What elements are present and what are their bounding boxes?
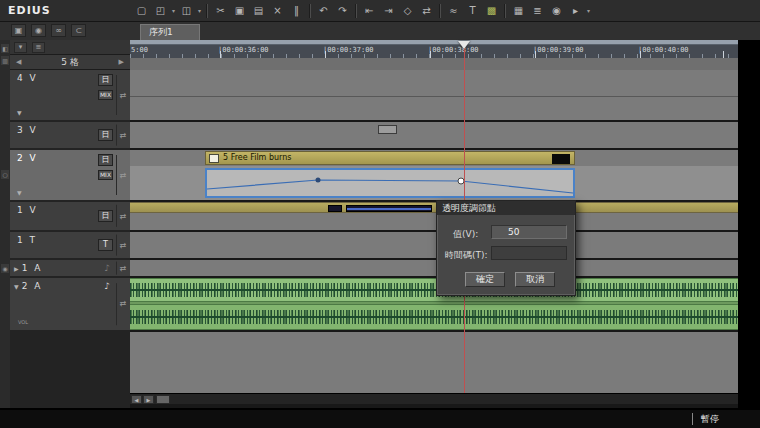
clip-duration-bar[interactable]	[346, 205, 432, 212]
track-header-1v[interactable]: 1 V 日 ⇄	[10, 202, 130, 230]
track-1v-content[interactable]	[130, 202, 738, 230]
value-input[interactable]: 50	[491, 225, 567, 239]
clip-fragment[interactable]	[378, 125, 397, 134]
panel-header-tools: ▾ ≡	[10, 40, 130, 55]
cut-icon[interactable]: ✂	[211, 2, 230, 19]
sync-lock-icon[interactable]: ⇄	[116, 155, 129, 195]
scale-decrease-icon[interactable]: ◀	[10, 58, 27, 66]
waveform-centerline	[130, 316, 738, 318]
audio-clip-channel-2[interactable]	[130, 304, 738, 330]
strip-toggle-1-icon[interactable]: ◧	[1, 44, 9, 53]
track-header-1a[interactable]: ▶ 1 A ♪ ⇄	[10, 260, 130, 276]
redo-icon[interactable]: ↷	[333, 2, 352, 19]
ripple-delete-icon[interactable]: ×	[268, 2, 287, 19]
open-dropdown-caret-icon[interactable]: ▾	[170, 7, 177, 14]
strip-video-group-icon[interactable]: ○	[1, 170, 9, 179]
copy-icon[interactable]: ▣	[230, 2, 249, 19]
video-part-button[interactable]: 日	[98, 129, 113, 141]
selected-mixer-clip[interactable]	[205, 168, 575, 198]
audio-mixer-icon[interactable]: ≣	[528, 2, 547, 19]
add-marker-icon[interactable]: ◇	[398, 2, 417, 19]
timeline-ruler[interactable]: 5:00 |00:00:36:00 |00:00:37:00 |00:00:38…	[130, 40, 738, 58]
ripple-mode-icon[interactable]: ◉	[31, 24, 46, 37]
ok-button[interactable]: 確定	[465, 272, 505, 287]
audio-clip-channel-1[interactable]	[130, 278, 738, 302]
mixer-button[interactable]: MIX	[98, 90, 113, 100]
track-header-4v[interactable]: 4 V ▼ 日 MIX ⇄	[10, 70, 130, 120]
paste-icon[interactable]: ▤	[249, 2, 268, 19]
set-out-point-icon[interactable]: ⇥	[379, 2, 398, 19]
horizontal-scrollbar[interactable]: ◀ ▶	[130, 393, 738, 404]
open-project-icon[interactable]: ◰	[151, 2, 170, 19]
panel-menu-icon[interactable]: ▾	[14, 42, 27, 53]
save-project-icon[interactable]: ◫	[177, 2, 196, 19]
sync-lock-icon[interactable]: ⇄	[116, 262, 129, 275]
video-part-button[interactable]: 日	[98, 154, 113, 166]
speaker-icon[interactable]: ♪	[104, 263, 110, 273]
undo-icon[interactable]: ↶	[314, 2, 333, 19]
video-part-button[interactable]: 日	[98, 210, 113, 222]
adjustment-point-dialog[interactable]: 透明度調節點 值(V): 50 時間碼(T): 確定 取消	[436, 200, 576, 296]
sync-lock-icon[interactable]: ⇄	[116, 75, 129, 115]
strip-toggle-2-icon[interactable]: ▥	[1, 56, 9, 65]
expander-icon[interactable]: ▼	[17, 189, 22, 196]
expander-icon[interactable]: ▶	[14, 265, 19, 272]
speaker-icon[interactable]: ♪	[104, 281, 110, 291]
scroll-right-icon[interactable]: ▶	[143, 395, 154, 404]
create-title-icon[interactable]: T	[463, 2, 482, 19]
add-cut-point-icon[interactable]: ‖	[287, 2, 306, 19]
track-1a-content[interactable]	[130, 260, 738, 276]
sync-point-icon[interactable]: ⇄	[417, 2, 436, 19]
clip-1v-strip[interactable]	[130, 202, 738, 213]
video-layouter-icon[interactable]: ▩	[482, 2, 501, 19]
capture-icon[interactable]: ◉	[547, 2, 566, 19]
panel-list-icon[interactable]: ≡	[32, 42, 45, 53]
add-transition-icon[interactable]: ≈	[444, 2, 463, 19]
track-4v-content[interactable]	[130, 70, 738, 120]
strip-audio-group-icon[interactable]: ◉	[1, 264, 9, 273]
track-header-3v[interactable]: 3 V 日 ⇄	[10, 122, 130, 148]
track-2v-mixer-content[interactable]	[130, 166, 738, 200]
save-dropdown-caret-icon[interactable]: ▾	[196, 7, 203, 14]
track-margin-row[interactable]	[130, 58, 738, 70]
track-header-1t[interactable]: 1 T T ⇄	[10, 232, 130, 258]
sync-lock-icon[interactable]: ⇄	[116, 235, 129, 256]
clip-effect-icon[interactable]	[328, 205, 342, 212]
sync-mode-icon[interactable]: ▣	[11, 24, 26, 37]
cancel-button[interactable]: 取消	[515, 272, 555, 287]
new-sequence-icon[interactable]: ▢	[132, 2, 151, 19]
set-in-point-icon[interactable]: ⇤	[360, 2, 379, 19]
expander-icon[interactable]: ▼	[14, 283, 19, 290]
title-part-button[interactable]: T	[98, 239, 113, 251]
sync-lock-icon[interactable]: ⇄	[116, 205, 129, 227]
mixer-button[interactable]: MIX	[98, 170, 113, 180]
insert-mode-icon[interactable]: ⊂	[71, 24, 86, 37]
track-header-2a[interactable]: ▼ 2 A ♪ VOL ⇄	[10, 278, 130, 330]
scroll-left-icon[interactable]: ◀	[131, 395, 142, 404]
export-dropdown-caret-icon[interactable]: ▾	[585, 7, 592, 14]
sync-lock-icon[interactable]: ⇄	[116, 125, 129, 146]
scrollbar-thumb[interactable]	[156, 395, 170, 404]
track-2v-video-content[interactable]: 5 Free Film burns	[130, 150, 738, 166]
link-mode-icon[interactable]: ∞	[51, 24, 66, 37]
timeline-area[interactable]: 5:00 |00:00:36:00 |00:00:37:00 |00:00:38…	[130, 40, 738, 408]
tab-sequence-1[interactable]: 序列1	[140, 24, 200, 40]
clip-film-burns[interactable]: 5 Free Film burns	[205, 151, 575, 165]
time-scale-value[interactable]: 5 格	[27, 56, 112, 69]
export-icon[interactable]: ▸	[566, 2, 585, 19]
track-3v-content[interactable]	[130, 122, 738, 148]
track-1t-content[interactable]	[130, 232, 738, 258]
sync-lock-icon[interactable]: ⇄	[116, 283, 129, 325]
track-2a-content[interactable]	[130, 278, 738, 330]
track-header-2v[interactable]: 2 V ▼ 日 MIX ⇄	[10, 150, 130, 200]
transparency-rubber-band[interactable]	[207, 170, 573, 196]
dialog-title[interactable]: 透明度調節點	[437, 201, 575, 215]
timecode-input[interactable]	[491, 246, 567, 260]
rubber-band-mode-label[interactable]: VOL	[18, 319, 28, 325]
timeline-empty-area[interactable]	[130, 332, 738, 393]
expander-icon[interactable]: ▼	[17, 109, 22, 116]
video-part-button[interactable]: 日	[98, 74, 113, 86]
multicam-icon[interactable]: ▦	[509, 2, 528, 19]
playhead-marker[interactable]	[458, 41, 470, 49]
scale-increase-icon[interactable]: ▶	[113, 58, 130, 66]
